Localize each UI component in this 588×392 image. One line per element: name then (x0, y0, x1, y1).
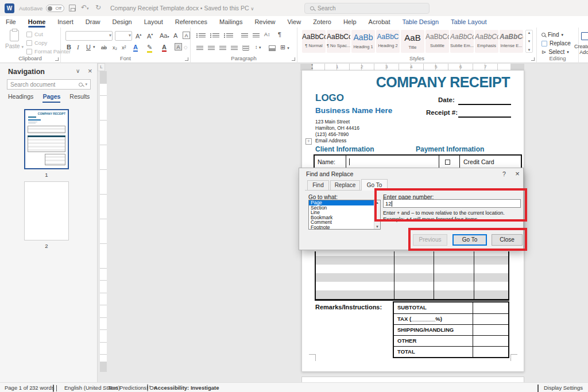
dialog-tab-replace[interactable]: Replace (330, 180, 360, 190)
credit-card-checkbox[interactable] (445, 160, 450, 165)
tab-help[interactable]: Help (343, 18, 357, 25)
paragraph-shading-icon[interactable] (269, 45, 276, 51)
style-intense-emphasis[interactable]: AaBbCcD Intense E... (500, 30, 523, 53)
line-spacing-icon[interactable]: ↕ ▾ (255, 44, 261, 50)
shading-icon[interactable]: A (175, 43, 182, 51)
style-emphasis[interactable]: AaBbCcD Emphasis (475, 30, 498, 53)
borders-icon[interactable]: ⊞ ▾ (280, 44, 289, 51)
bullets-icon[interactable] (199, 33, 206, 38)
nav-tab-results[interactable]: Results (69, 93, 90, 103)
grow-font-icon[interactable]: A▴ (136, 32, 141, 40)
page2-thumbnail[interactable] (24, 181, 69, 240)
page-indicator[interactable]: Page 1 of 2 (5, 385, 33, 391)
styles-scroll-down-icon[interactable]: ▼ (528, 40, 531, 43)
tab-draw[interactable]: Draw (86, 18, 100, 25)
undo-icon[interactable]: ↶▾ (81, 3, 89, 11)
subscript-icon[interactable]: x₂ (113, 45, 117, 51)
styles-scroll-up-icon[interactable]: ▲ (528, 31, 531, 34)
font-dialog-launcher[interactable] (185, 57, 188, 61)
change-case-icon[interactable]: Aa▾ (160, 32, 169, 39)
show-paragraph-marks-icon[interactable]: ¶ (278, 31, 281, 38)
tab-review[interactable]: Review (254, 18, 275, 25)
word-count[interactable]: 32 words (32, 385, 55, 391)
underline-dropdown-icon[interactable]: ▾ (93, 45, 95, 49)
tab-home[interactable]: Home (28, 18, 46, 25)
styles-gallery-scrollbar[interactable]: ▲ ▼ ▼ (525, 30, 533, 53)
navigation-search-dropdown-icon[interactable]: ▾ (85, 82, 87, 87)
styles-dialog-launcher[interactable] (531, 57, 535, 61)
display-settings[interactable]: Display Settings (544, 385, 588, 391)
table-move-handle-icon[interactable]: + (305, 138, 312, 145)
goto-what-listbox[interactable]: Page Section Line Bookmark Comment Footn… (308, 200, 381, 230)
style-no-spacing[interactable]: AaBbCcDc ¶ No Spac... (327, 30, 350, 53)
align-right-icon[interactable] (219, 45, 226, 51)
shrink-font-icon[interactable]: A▾ (147, 32, 153, 40)
tab-stop-selector[interactable]: L (98, 63, 105, 71)
summary-table[interactable]: SUBTOTAL TAX (________%) SHIPPING/HANDLI… (393, 301, 509, 358)
font-color-icon[interactable]: A (162, 44, 167, 52)
save-icon[interactable] (69, 5, 76, 11)
tab-references[interactable]: References (175, 18, 207, 25)
underline-icon[interactable]: U (86, 44, 91, 51)
character-border-icon[interactable]: A (183, 32, 190, 39)
style-subtle-emphasis[interactable]: AaBbCcD Subtle Em... (450, 30, 474, 53)
clipboard-dialog-launcher[interactable] (55, 57, 59, 61)
strikethrough-icon[interactable]: ab (101, 45, 107, 51)
bold-icon[interactable]: B (67, 44, 71, 51)
tab-file[interactable]: File (6, 18, 16, 25)
accessibility-status[interactable]: Accessibility: Investigate (154, 385, 219, 391)
tab-insert[interactable]: Insert (57, 18, 74, 25)
align-center-icon[interactable] (208, 45, 215, 51)
distribute-icon[interactable] (242, 45, 249, 51)
align-left-icon[interactable] (196, 45, 203, 51)
decrease-indent-icon[interactable] (241, 33, 248, 38)
page1-thumbnail[interactable]: COMPANY RECEIPT (24, 109, 69, 169)
font-size-combobox[interactable]: ▾ (115, 31, 132, 41)
autosave-toggle[interactable]: Off (46, 5, 64, 12)
proofing-icon[interactable] (53, 385, 54, 392)
highlight-icon[interactable]: ✎ (147, 44, 152, 53)
style-subtitle[interactable]: AaBbCc Subtitle (425, 30, 449, 53)
italic-icon[interactable]: I (77, 44, 79, 51)
paste-button[interactable]: Paste ▾ (5, 30, 24, 49)
sort-icon[interactable]: A↕ (264, 32, 270, 37)
text-effects-icon[interactable]: A (133, 44, 138, 52)
style-normal[interactable]: AaBbCcDc ¶ Normal (302, 30, 326, 53)
style-title[interactable]: AaB Title (401, 30, 424, 53)
dialog-tab-find[interactable]: Find (307, 180, 329, 190)
redo-icon[interactable]: ↻ (95, 3, 101, 11)
items-table[interactable] (315, 251, 509, 301)
tab-view[interactable]: View (287, 18, 301, 25)
paragraph-dialog-launcher[interactable] (292, 57, 295, 61)
nav-tab-headings[interactable]: Headings (8, 93, 33, 103)
indent-marker-icon[interactable]: ▾▴ (311, 64, 313, 69)
dialog-help-icon[interactable]: ? (500, 170, 508, 177)
clear-formatting-icon[interactable]: A (173, 32, 177, 39)
style-heading-1[interactable]: AaBb Heading 1 (351, 30, 375, 53)
cut-button[interactable]: Cut (26, 31, 43, 37)
justify-icon[interactable] (231, 45, 238, 51)
navigation-search-input[interactable]: Search document ▾ (7, 79, 91, 90)
tab-zotero[interactable]: Zotero (313, 18, 331, 25)
title-chevron-icon[interactable]: ∨ (251, 6, 254, 11)
tab-acrobat[interactable]: Acrobat (369, 18, 390, 25)
enclose-characters-icon[interactable]: ◌ (184, 44, 188, 51)
scroll-down-icon[interactable]: ▼ (376, 225, 379, 228)
navigation-chevron-icon[interactable]: ∨ (76, 68, 80, 74)
font-name-combobox[interactable]: ▾ (65, 31, 113, 41)
tab-layout[interactable]: Layout (144, 18, 163, 25)
navigation-close-icon[interactable]: × (88, 67, 92, 75)
superscript-icon[interactable]: x² (122, 45, 126, 51)
styles-gallery-expand-icon[interactable]: ▼ (528, 48, 531, 52)
search-box[interactable]: Search (304, 3, 430, 14)
tab-table-design[interactable]: Table Design (402, 18, 439, 25)
copy-button[interactable]: Copy (26, 40, 47, 46)
replace-button[interactable]: Replace (541, 40, 571, 46)
select-button[interactable]: ⊳ Select▾ (541, 49, 569, 55)
tab-table-layout[interactable]: Table Layout (451, 18, 486, 25)
vertical-ruler[interactable] (100, 71, 107, 372)
style-heading-2[interactable]: AaBbC Heading 2 (376, 30, 400, 53)
tab-design[interactable]: Design (112, 18, 131, 25)
multilevel-list-icon[interactable] (226, 33, 233, 38)
numbering-icon[interactable] (212, 33, 219, 38)
